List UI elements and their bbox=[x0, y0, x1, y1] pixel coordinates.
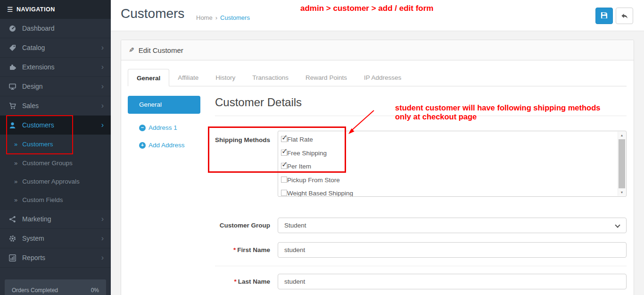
content-area: ✎ Edit Customer General Affiliate Histor… bbox=[111, 31, 644, 295]
tab-transactions[interactable]: Transactions bbox=[244, 69, 297, 86]
panel-body: General Affiliate History Transactions R… bbox=[121, 60, 634, 295]
back-button[interactable] bbox=[616, 8, 633, 24]
customer-group-select[interactable]: Student bbox=[278, 218, 627, 233]
chevron-right-icon: › bbox=[101, 254, 104, 261]
dashboard-icon bbox=[8, 25, 16, 32]
chevron-right-icon: › bbox=[101, 44, 104, 51]
gear-icon bbox=[8, 235, 16, 242]
chevron-right-icon: › bbox=[101, 215, 104, 223]
hamburger-menu-icon: ☰ bbox=[7, 6, 13, 13]
tab-general[interactable]: General bbox=[128, 69, 169, 86]
sidebar-subitem-customers[interactable]: » Customers bbox=[0, 135, 111, 154]
save-icon bbox=[601, 12, 608, 20]
sidebar-item-sales[interactable]: Sales › bbox=[0, 96, 111, 116]
subnav-general[interactable]: General bbox=[128, 96, 200, 114]
shipping-option-pickup-from-store: Pickup From Store bbox=[281, 176, 615, 190]
first-name-row: *First Name bbox=[215, 242, 627, 258]
chevron-right-icon: › bbox=[101, 63, 104, 71]
breadcrumb-separator: › bbox=[215, 14, 217, 21]
sidebar-subitem-customer-groups[interactable]: » Customer Groups bbox=[0, 154, 111, 173]
chevron-down-icon bbox=[615, 222, 620, 228]
scroll-up-icon[interactable]: ▲ bbox=[618, 132, 626, 139]
sidebar-item-design[interactable]: Design › bbox=[0, 77, 111, 96]
subnav-address-1[interactable]: − Address 1 bbox=[128, 124, 215, 131]
shipping-option-weight-based: Weight Based Shipping bbox=[281, 189, 615, 197]
double-chevron-icon: » bbox=[14, 178, 17, 185]
chevron-right-icon: › bbox=[101, 235, 104, 242]
minus-circle-icon: − bbox=[139, 125, 146, 131]
shipping-methods-group: Shipping Methods Flat Rate Fr bbox=[215, 131, 627, 197]
scrollbar-thumb[interactable] bbox=[619, 139, 625, 188]
chevron-right-icon: › bbox=[101, 121, 104, 129]
tab-affiliate[interactable]: Affiliate bbox=[169, 69, 207, 86]
chevron-right-icon: › bbox=[101, 102, 104, 110]
last-name-input[interactable] bbox=[278, 274, 627, 289]
double-chevron-icon: » bbox=[14, 141, 17, 148]
puzzle-icon bbox=[8, 64, 16, 71]
vertical-scrollbar[interactable]: ▲ ▼ bbox=[618, 132, 626, 196]
orders-completed-value: 0% bbox=[91, 287, 99, 294]
sidebar-subitem-customer-approvals[interactable]: » Customer Approvals bbox=[0, 172, 111, 191]
subnav-add-address[interactable]: + Add Address bbox=[128, 142, 215, 149]
first-name-label: *First Name bbox=[215, 242, 278, 258]
plus-circle-icon: + bbox=[139, 142, 146, 149]
shipping-methods-label: Shipping Methods bbox=[215, 131, 278, 197]
page-title: Customers bbox=[121, 6, 184, 21]
last-name-row: *Last Name bbox=[215, 274, 627, 289]
pencil-icon: ✎ bbox=[129, 46, 134, 54]
navigation-label: NAVIGATION bbox=[17, 6, 55, 13]
row-divider bbox=[215, 266, 627, 266]
orders-completed-stat: Orders Completed 0% bbox=[5, 279, 106, 295]
user-icon bbox=[8, 122, 16, 129]
cart-icon bbox=[8, 102, 16, 110]
sidebar-item-system[interactable]: System › bbox=[0, 229, 111, 248]
monitor-icon bbox=[8, 83, 16, 90]
edit-customer-panel: ✎ Edit Customer General Affiliate Histor… bbox=[121, 40, 634, 295]
sidebar: ☰ NAVIGATION Dashboard Catalog › Extensi… bbox=[0, 0, 111, 295]
sidebar-item-dashboard[interactable]: Dashboard bbox=[0, 19, 111, 38]
shipping-option-per-item: Per Item bbox=[281, 162, 615, 176]
sidebar-item-marketing[interactable]: Marketing › bbox=[0, 210, 111, 229]
free-shipping-checkbox[interactable] bbox=[281, 150, 287, 156]
annotation-shipping-note: student customer will have following shi… bbox=[395, 103, 600, 121]
orders-completed-label: Orders Completed bbox=[12, 287, 58, 294]
customer-group-row: Customer Group Student bbox=[215, 218, 627, 233]
required-asterisk: * bbox=[233, 246, 236, 253]
sidebar-navigation-header[interactable]: ☰ NAVIGATION bbox=[0, 0, 111, 19]
sidebar-subitem-custom-fields[interactable]: » Custom Fields bbox=[0, 191, 111, 210]
tab-ip-addresses[interactable]: IP Addresses bbox=[355, 69, 410, 86]
chevron-right-icon: › bbox=[101, 83, 104, 90]
save-button[interactable] bbox=[595, 8, 613, 24]
weight-based-shipping-checkbox[interactable] bbox=[281, 190, 287, 196]
panel-heading: ✎ Edit Customer bbox=[121, 40, 634, 60]
customer-group-value: Student bbox=[284, 222, 306, 229]
first-name-input[interactable] bbox=[278, 242, 627, 258]
double-chevron-icon: » bbox=[14, 196, 17, 203]
tab-history[interactable]: History bbox=[207, 69, 244, 86]
breadcrumb-current[interactable]: Customers bbox=[220, 14, 250, 21]
sidebar-item-catalog[interactable]: Catalog › bbox=[0, 38, 111, 58]
main-area: Customers Home›Customers admin > custome… bbox=[111, 0, 644, 295]
pickup-from-store-checkbox[interactable] bbox=[281, 177, 287, 183]
flat-rate-checkbox[interactable] bbox=[281, 136, 287, 142]
back-arrow-icon bbox=[620, 12, 628, 20]
sidebar-item-reports[interactable]: Reports › bbox=[0, 248, 111, 268]
sidebar-item-extensions[interactable]: Extensions › bbox=[0, 58, 111, 77]
breadcrumb-home[interactable]: Home bbox=[196, 14, 213, 21]
per-item-checkbox[interactable] bbox=[281, 163, 287, 169]
last-name-label: *Last Name bbox=[215, 274, 278, 289]
scroll-down-icon[interactable]: ▼ bbox=[618, 189, 626, 196]
customer-group-label: Customer Group bbox=[215, 218, 278, 233]
breadcrumb: Home›Customers bbox=[196, 14, 250, 21]
panel-title: Edit Customer bbox=[139, 46, 183, 54]
required-asterisk: * bbox=[234, 278, 236, 285]
sidebar-item-customers[interactable]: Customers › bbox=[0, 116, 111, 135]
shipping-option-free-shipping: Free Shipping bbox=[281, 149, 615, 163]
annotation-header-note: admin > customer > add / edit form bbox=[300, 4, 433, 13]
share-icon bbox=[8, 216, 16, 223]
shipping-methods-list: Flat Rate Free Shipping Per Item bbox=[278, 131, 627, 197]
address-subnav: General − Address 1 + Add Address bbox=[128, 96, 215, 289]
tab-bar: General Affiliate History Transactions R… bbox=[128, 69, 627, 86]
tab-reward-points[interactable]: Reward Points bbox=[297, 69, 355, 86]
page-header: Customers Home›Customers admin > custome… bbox=[111, 0, 644, 31]
